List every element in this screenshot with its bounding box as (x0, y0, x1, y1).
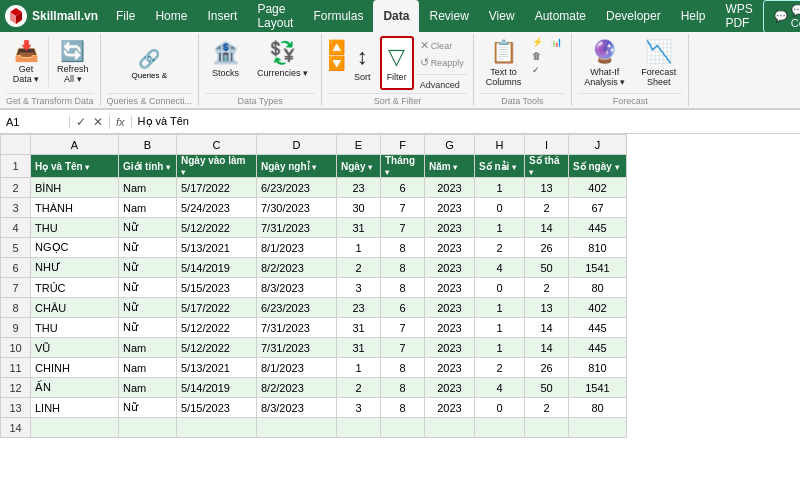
cell[interactable]: 1541 (569, 258, 627, 278)
cell[interactable] (119, 418, 177, 438)
cell[interactable]: 810 (569, 238, 627, 258)
remove-duplicates-button[interactable]: 🗑 (529, 50, 546, 62)
cell-j1[interactable]: Số ngày ▾ (569, 155, 627, 178)
cell-g1[interactable]: Năm ▾ (425, 155, 475, 178)
cell[interactable]: 402 (569, 178, 627, 198)
cell[interactable]: 8/2/2023 (257, 378, 337, 398)
cell[interactable]: 2 (525, 278, 569, 298)
comments-button[interactable]: 💬 💬 Comments (763, 0, 800, 33)
cell[interactable]: CHÂU (31, 298, 119, 318)
cell[interactable] (381, 418, 425, 438)
sort-az-button[interactable]: 🔼 (328, 40, 345, 54)
cell[interactable]: 8/1/2023 (257, 238, 337, 258)
cell[interactable]: 7/31/2023 (257, 338, 337, 358)
col-header-a[interactable]: A (31, 135, 119, 155)
cell[interactable]: 3 (337, 278, 381, 298)
cell[interactable]: 2023 (425, 238, 475, 258)
cell[interactable]: 2 (525, 398, 569, 418)
cell[interactable]: 13 (525, 178, 569, 198)
cell[interactable]: LINH (31, 398, 119, 418)
cell[interactable]: 26 (525, 238, 569, 258)
queries-button[interactable]: 🔗 Queries & (128, 46, 172, 82)
cell[interactable]: 31 (337, 318, 381, 338)
cell[interactable]: 810 (569, 358, 627, 378)
cell[interactable]: 2023 (425, 378, 475, 398)
cell-a1[interactable]: Họ và Tên ▾ (31, 155, 119, 178)
cell[interactable]: 2 (337, 378, 381, 398)
cell[interactable]: 445 (569, 218, 627, 238)
get-data-button[interactable]: 📥 GetData ▾ (6, 36, 46, 87)
cell-e1[interactable]: Ngày ▾ (337, 155, 381, 178)
col-header-d[interactable]: D (257, 135, 337, 155)
cell[interactable]: 2 (337, 258, 381, 278)
tab-automate[interactable]: Automate (525, 0, 596, 32)
cell-i1[interactable]: Số thá ▾ (525, 155, 569, 178)
cell[interactable]: 50 (525, 378, 569, 398)
cell[interactable]: 2 (475, 358, 525, 378)
cell[interactable]: 7/31/2023 (257, 218, 337, 238)
currencies-button[interactable]: 💱 Currencies ▾ (250, 36, 315, 82)
cell[interactable]: 2023 (425, 338, 475, 358)
cell[interactable] (475, 418, 525, 438)
cell[interactable]: 1 (337, 358, 381, 378)
sort-za-button[interactable]: 🔽 (328, 56, 345, 70)
data-validation-button[interactable]: ✓ (529, 64, 546, 76)
cell[interactable] (257, 418, 337, 438)
tab-view[interactable]: View (479, 0, 525, 32)
cell[interactable] (31, 418, 119, 438)
tab-review[interactable]: Review (419, 0, 478, 32)
cell[interactable]: 23 (337, 298, 381, 318)
cell[interactable]: 5/15/2023 (177, 398, 257, 418)
cell[interactable]: 5/14/2019 (177, 258, 257, 278)
cell[interactable]: 8 (381, 398, 425, 418)
cell[interactable]: 5/13/2021 (177, 238, 257, 258)
cell[interactable]: 4 (475, 258, 525, 278)
cell[interactable]: NGỌC (31, 238, 119, 258)
cell[interactable]: 2 (475, 238, 525, 258)
cell[interactable]: 3 (337, 398, 381, 418)
cell[interactable]: Nữ (119, 278, 177, 298)
col-header-f[interactable]: F (381, 135, 425, 155)
tab-help[interactable]: Help (671, 0, 716, 32)
cell[interactable]: Nữ (119, 238, 177, 258)
cell[interactable]: THU (31, 318, 119, 338)
tab-formulas[interactable]: Formulas (303, 0, 373, 32)
cell[interactable]: 7/30/2023 (257, 198, 337, 218)
cell[interactable]: 7 (381, 318, 425, 338)
col-header-c[interactable]: C (177, 135, 257, 155)
cell[interactable]: 5/24/2023 (177, 198, 257, 218)
cell[interactable]: 5/15/2023 (177, 278, 257, 298)
cell[interactable]: 7 (381, 198, 425, 218)
advanced-button[interactable]: Advanced (417, 79, 467, 91)
cell[interactable]: 4 (475, 378, 525, 398)
cell[interactable]: 5/17/2022 (177, 298, 257, 318)
cell[interactable]: 5/17/2022 (177, 178, 257, 198)
text-to-columns-button[interactable]: 📋 Text toColumns (480, 36, 528, 90)
cell[interactable]: 2023 (425, 318, 475, 338)
cell[interactable]: 23 (337, 178, 381, 198)
filter-button[interactable]: ▽ Filter (380, 36, 414, 90)
tab-home[interactable]: Home (145, 0, 197, 32)
cell[interactable]: 8/2/2023 (257, 258, 337, 278)
cell[interactable]: 7/31/2023 (257, 318, 337, 338)
cell[interactable]: Nữ (119, 318, 177, 338)
cell[interactable] (177, 418, 257, 438)
cell[interactable]: 0 (475, 398, 525, 418)
cell[interactable]: 5/13/2021 (177, 358, 257, 378)
reapply-button[interactable]: ↺ Reapply (417, 55, 467, 70)
cell[interactable]: 31 (337, 218, 381, 238)
cell[interactable]: Nam (119, 338, 177, 358)
cell[interactable]: 8 (381, 258, 425, 278)
cell[interactable]: 6 (381, 298, 425, 318)
cell[interactable]: 7 (381, 338, 425, 358)
cell[interactable]: CHINH (31, 358, 119, 378)
cell[interactable]: 80 (569, 398, 627, 418)
tab-file[interactable]: File (106, 0, 145, 32)
cell[interactable]: 5/14/2019 (177, 378, 257, 398)
cell[interactable]: 50 (525, 258, 569, 278)
sort-button[interactable]: ↕️ Sort (348, 36, 377, 90)
col-header-j[interactable]: J (569, 135, 627, 155)
cell[interactable]: Nữ (119, 258, 177, 278)
cell[interactable] (337, 418, 381, 438)
cell[interactable]: 8 (381, 238, 425, 258)
